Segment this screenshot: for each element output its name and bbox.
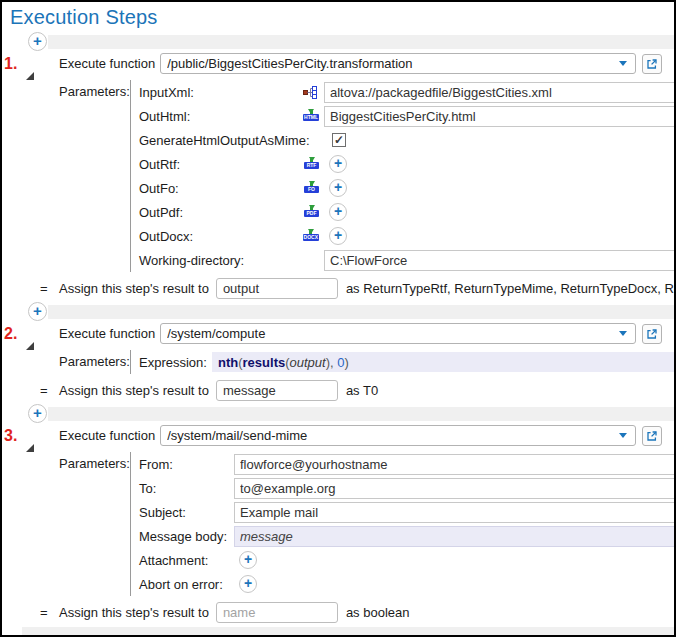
outhtml-field[interactable] [324, 106, 676, 127]
parameters-label: Parameters: [59, 350, 130, 374]
execution-steps-panel: Execution Steps + 1. Execute function /p… [0, 0, 676, 637]
pdf-output-icon: PDF [304, 207, 319, 217]
param-row-attachment: Attachment: + [139, 548, 674, 572]
xml-tree-icon [303, 86, 319, 99]
param-row-subject: Subject: [139, 500, 674, 524]
add-outrtf-button[interactable]: + [329, 155, 347, 173]
param-row-workingdir: Working-directory: [139, 248, 674, 272]
step-separator-band [48, 305, 676, 319]
execute-function-label: Execute function [59, 428, 155, 443]
execute-function-label: Execute function [59, 56, 155, 71]
external-link-icon [646, 58, 658, 70]
collapse-triangle-icon [26, 427, 34, 452]
open-function-button[interactable] [642, 324, 662, 344]
param-label: From: [139, 457, 234, 472]
add-outpdf-button[interactable]: + [329, 203, 347, 221]
execution-step-3: 3. Execute function /system/mail/send-mi… [2, 423, 674, 625]
param-label: OutPdf: [139, 205, 304, 220]
expression-field[interactable]: nth(results(output), 0) [212, 352, 676, 372]
param-row-messagebody: Message body: [139, 524, 674, 548]
chevron-down-icon [619, 61, 627, 66]
step-3-parameters: Parameters: From: To: Subject: Message b… [59, 452, 674, 596]
step-2-parameters: Parameters: Expression: nth(results(outp… [59, 350, 674, 374]
param-label: InputXml: [139, 85, 303, 100]
add-outdocx-button[interactable]: + [329, 227, 347, 245]
page-title: Execution Steps [2, 2, 674, 31]
open-function-button[interactable] [642, 426, 662, 446]
param-row-outfo: OutFo: FO + [139, 176, 674, 200]
param-label: Expression: [139, 355, 212, 370]
equals-sign: = [40, 383, 59, 398]
step-separator-band [48, 407, 676, 421]
step-1-assign-row: = Assign this step's result to as Return… [2, 276, 674, 301]
assign-result-label: Assign this step's result to [59, 281, 209, 296]
result-type-text: as T0 [346, 383, 674, 398]
from-field[interactable] [234, 454, 676, 475]
chevron-down-icon [619, 331, 627, 336]
generate-mime-checkbox[interactable] [332, 133, 346, 147]
param-row-outrtf: OutRtf: RTF + [139, 152, 674, 176]
add-abort-on-error-button[interactable]: + [239, 575, 257, 593]
param-label: Message body: [139, 529, 234, 544]
collapse-triangle-icon [26, 325, 34, 350]
add-outfo-button[interactable]: + [329, 179, 347, 197]
open-function-button[interactable] [642, 54, 662, 74]
param-row-inputxml: InputXml: [139, 80, 674, 104]
param-row-to: To: [139, 476, 674, 500]
step-3-assign-row: = Assign this step's result to as boolea… [2, 600, 674, 625]
param-row-outhtml: OutHtml: HTML [139, 104, 674, 128]
function-path-combobox[interactable]: /public/BiggestCitiesPerCity.transformat… [160, 53, 636, 74]
param-label: To: [139, 481, 234, 496]
external-link-icon [646, 328, 658, 340]
param-row-generatemime: GenerateHtmlOutputAsMime: [139, 128, 674, 152]
assign-result-label: Assign this step's result to [59, 605, 209, 620]
collapse-triangle-icon [26, 55, 34, 80]
param-row-from: From: [139, 452, 674, 476]
step-3-header: 3. Execute function /system/mail/send-mi… [2, 423, 674, 448]
collapse-step-control[interactable] [26, 427, 38, 445]
equals-sign: = [40, 605, 59, 620]
add-step-row: + [2, 405, 674, 423]
result-type-text: as boolean [346, 605, 674, 620]
step-3-result-name-input[interactable] [216, 602, 338, 623]
add-step-button[interactable]: + [28, 404, 47, 423]
param-label: OutFo: [139, 181, 304, 196]
docx-output-icon: DOCX [303, 231, 319, 241]
parameters-label: Parameters: [59, 80, 130, 272]
add-step-button[interactable]: + [28, 302, 47, 321]
function-path-combobox[interactable]: /system/compute [160, 323, 636, 344]
function-path-combobox[interactable]: /system/mail/send-mime [160, 425, 636, 446]
function-path-value: /public/BiggestCitiesPerCity.transformat… [167, 56, 619, 71]
collapse-step-control[interactable] [26, 325, 38, 343]
step-2-result-name-input[interactable] [216, 380, 338, 401]
to-field[interactable] [234, 478, 676, 499]
step-number: 2. [2, 325, 24, 343]
fo-output-icon: FO [304, 183, 319, 193]
working-directory-field[interactable] [324, 250, 676, 271]
step-1-result-name-input[interactable] [216, 278, 338, 299]
add-attachment-button[interactable]: + [239, 551, 257, 569]
add-step-row: + [2, 33, 674, 51]
execution-step-2: 2. Execute function /system/compute Para… [2, 321, 674, 403]
param-label: OutDocx: [139, 229, 303, 244]
inputxml-field[interactable] [324, 82, 676, 103]
param-label: OutHtml: [139, 109, 303, 124]
step-2-assign-row: = Assign this step's result to as T0 [2, 378, 674, 403]
external-link-icon [646, 430, 658, 442]
message-body-field[interactable] [234, 526, 676, 547]
param-label: Working-directory: [139, 253, 324, 268]
step-1-parameters: Parameters: InputXml: [59, 80, 674, 272]
parameters-label: Parameters: [59, 452, 130, 596]
step-2-header: 2. Execute function /system/compute [2, 321, 674, 346]
subject-field[interactable] [234, 502, 676, 523]
param-row-outpdf: OutPdf: PDF + [139, 200, 674, 224]
collapse-step-control[interactable] [26, 55, 38, 73]
add-step-button[interactable]: + [28, 32, 47, 51]
execution-step-1: 1. Execute function /public/BiggestCitie… [2, 51, 674, 301]
param-row-outdocx: OutDocx: DOCX + [139, 224, 674, 248]
step-1-header: 1. Execute function /public/BiggestCitie… [2, 51, 674, 76]
html-output-icon: HTML [303, 111, 319, 121]
param-label: GenerateHtmlOutputAsMime: [139, 133, 324, 148]
param-label: Abort on error: [139, 577, 234, 592]
param-label: OutRtf: [139, 157, 304, 172]
